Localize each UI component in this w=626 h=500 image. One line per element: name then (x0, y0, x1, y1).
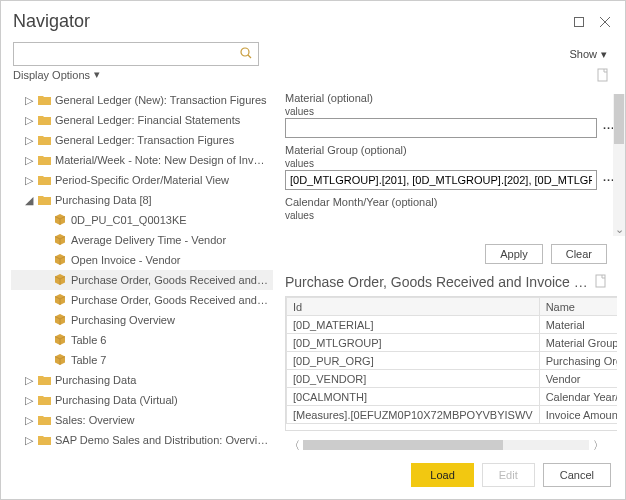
load-button[interactable]: Load (411, 463, 473, 487)
tree-node[interactable]: ▷Sales: Overview (11, 410, 273, 430)
search-box[interactable] (13, 42, 259, 66)
folder-icon (37, 413, 51, 427)
table-cell: Calendar Year/Month (539, 388, 617, 406)
svg-line-4 (248, 55, 251, 58)
table-cell: [0D_MTLGROUP] (287, 334, 540, 352)
table-cell: [0CALMONTH] (287, 388, 540, 406)
cube-icon (53, 253, 67, 267)
svg-rect-0 (575, 17, 584, 26)
chevron-down-icon: ▾ (94, 68, 100, 81)
tree-node[interactable]: ◢Purchasing Data [8] (11, 190, 273, 210)
tree-node-label: Purchasing Data (Virtual) (55, 394, 269, 406)
expand-icon[interactable]: ▷ (23, 394, 35, 407)
column-header[interactable]: Id (287, 298, 540, 316)
table-cell: Vendor (539, 370, 617, 388)
scroll-left-icon[interactable]: 〈 (285, 438, 303, 453)
expand-icon[interactable]: ▷ (23, 174, 35, 187)
table-cell: Purchasing Organization (539, 352, 617, 370)
tree-node[interactable]: Purchasing Overview (11, 310, 273, 330)
window-restore-button[interactable] (571, 14, 587, 30)
expand-icon[interactable]: ▷ (23, 374, 35, 387)
tree-node[interactable]: Open Invoice - Vendor (11, 250, 273, 270)
table-row[interactable]: [0CALMONTH]Calendar Year/Month (287, 388, 618, 406)
tree-node-label: Sales: Overview (55, 414, 269, 426)
folder-icon (37, 93, 51, 107)
param-materialgroup-title: Material Group (optional) (285, 144, 617, 156)
tree-node-label: Purchase Order, Goods Received and Invoi… (71, 294, 269, 306)
column-header[interactable]: Name (539, 298, 617, 316)
show-dropdown[interactable]: Show ▾ (569, 48, 613, 61)
tree-node[interactable]: Table 6 (11, 330, 273, 350)
tree-node[interactable]: Table 7 (11, 350, 273, 370)
tree-node-label: Material/Week - Note: New Design of Inve… (55, 154, 269, 166)
table-row[interactable]: [0D_MTLGROUP]Material Group (287, 334, 618, 352)
window-close-button[interactable] (597, 14, 613, 30)
expand-icon[interactable]: ◢ (23, 194, 35, 207)
table-cell: [0D_VENDOR] (287, 370, 540, 388)
cube-icon (53, 313, 67, 327)
cancel-button[interactable]: Cancel (543, 463, 611, 487)
table-cell: Material Group (539, 334, 617, 352)
folder-icon (37, 113, 51, 127)
expand-icon[interactable]: ▷ (23, 434, 35, 447)
tree-node[interactable]: ▷Purchasing Data (Virtual) (11, 390, 273, 410)
tree-node-label: Table 7 (71, 354, 269, 366)
display-options-dropdown[interactable]: Display Options ▾ (13, 68, 100, 81)
tree-node[interactable]: ▷General Ledger: Transaction Figures (11, 130, 273, 150)
scroll-right-icon[interactable]: 〉 (589, 438, 607, 453)
tree-node-label: Purchasing Data (55, 374, 269, 386)
tree-node[interactable]: 0D_PU_C01_Q0013KE (11, 210, 273, 230)
tree-node[interactable]: Purchase Order, Goods Received and Invoi… (11, 290, 273, 310)
cube-icon (53, 233, 67, 247)
new-query-icon[interactable] (597, 68, 613, 84)
tree-node[interactable]: ▷General Ledger: Financial Statements (11, 110, 273, 130)
tree-node[interactable]: ▷Period-Specific Order/Material View (11, 170, 273, 190)
cube-icon (53, 213, 67, 227)
navigator-tree[interactable]: ▷General Ledger (New): Transaction Figur… (1, 88, 273, 453)
apply-button[interactable]: Apply (485, 244, 543, 264)
tree-node-label: General Ledger: Transaction Figures (55, 134, 269, 146)
scrollbar-thumb[interactable] (614, 94, 624, 144)
param-calendar-title: Calendar Month/Year (optional) (285, 196, 617, 208)
expand-icon[interactable]: ▷ (23, 414, 35, 427)
param-material-input[interactable] (285, 118, 597, 138)
expand-icon[interactable]: ▷ (23, 154, 35, 167)
tree-node-label: General Ledger (New): Transaction Figure… (55, 94, 269, 106)
table-cell: [0D_PUR_ORG] (287, 352, 540, 370)
tree-node[interactable]: ▷Purchasing Data (11, 370, 273, 390)
param-calendar-sub: values (285, 210, 617, 221)
scroll-down-icon[interactable]: ⌄ (613, 222, 625, 236)
edit-button[interactable]: Edit (482, 463, 535, 487)
table-cell: Invoice Amount (539, 406, 617, 424)
show-label: Show (569, 48, 597, 60)
folder-icon (37, 433, 51, 447)
param-materialgroup-input[interactable] (285, 170, 597, 190)
folder-icon (37, 173, 51, 187)
preview-refresh-icon[interactable] (595, 274, 607, 290)
preview-table: IdNameDescription [0D_MATERIAL]Material[… (286, 297, 617, 424)
tree-node[interactable]: ▷Material/Week - Note: New Design of Inv… (11, 150, 273, 170)
folder-icon (37, 393, 51, 407)
tree-node[interactable]: Average Delivery Time - Vendor (11, 230, 273, 250)
table-row[interactable]: [Measures].[0EFUZM0P10X72MBPOYVBYISWVInv… (287, 406, 618, 424)
tree-node[interactable]: ▷General Ledger (New): Transaction Figur… (11, 90, 273, 110)
tree-node-label: Average Delivery Time - Vendor (71, 234, 269, 246)
preview-hscroll[interactable]: 〈 〉 (285, 437, 607, 453)
scrollbar-thumb[interactable] (303, 440, 503, 450)
expand-icon[interactable]: ▷ (23, 134, 35, 147)
tree-node[interactable]: ▷SAP Demo Sales and Distribution: Overvi… (11, 430, 273, 450)
params-scrollbar[interactable]: ⌄ (613, 94, 625, 236)
expand-icon[interactable]: ▷ (23, 114, 35, 127)
expand-icon[interactable]: ▷ (23, 94, 35, 107)
param-material-title: Material (optional) (285, 92, 617, 104)
folder-icon (37, 373, 51, 387)
tree-node-label: Purchasing Data [8] (55, 194, 269, 206)
clear-button[interactable]: Clear (551, 244, 607, 264)
table-row[interactable]: [0D_MATERIAL]Material (287, 316, 618, 334)
search-input[interactable] (20, 48, 240, 60)
table-row[interactable]: [0D_VENDOR]Vendor (287, 370, 618, 388)
table-row[interactable]: [0D_PUR_ORG]Purchasing Organization (287, 352, 618, 370)
folder-icon (37, 153, 51, 167)
window-title: Navigator (13, 11, 561, 32)
tree-node[interactable]: Purchase Order, Goods Received and Invoi… (11, 270, 273, 290)
